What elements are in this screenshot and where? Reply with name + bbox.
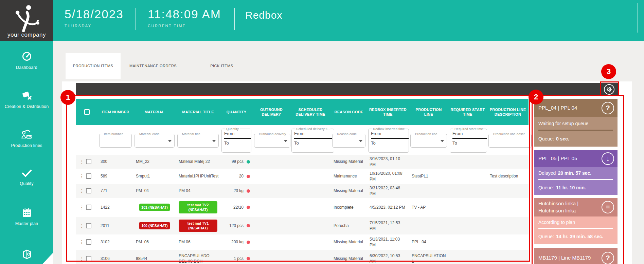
tab-production-items[interactable]: PRODUCTION ITEMS [66, 53, 121, 79]
table-row[interactable]: 2011 100 (NESAHAT) test mat TV1 (NESAHAT… [76, 217, 529, 234]
cell-material-title: ENCAPSULADO DEL K9 DCH [176, 253, 220, 264]
column-header-production-line[interactable]: PRODUCTION LINE [409, 99, 448, 125]
column-header-reason-code[interactable]: REASON CODE [331, 99, 367, 125]
filter-material-code-input[interactable] [137, 136, 172, 143]
sidebar: Dashboard Creation & Distribution Produc… [0, 41, 53, 264]
queue-card-status: Delayed [538, 170, 556, 176]
sidebar-item-master-plan[interactable]: Master plan [0, 197, 53, 236]
filter-quantity[interactable]: Quantity From To [221, 127, 251, 153]
filter-outbound-delivery[interactable]: Outbound delivery [254, 132, 290, 148]
column-header-quantity[interactable]: QUANTITY [220, 99, 253, 125]
filter-item-number-input[interactable] [102, 136, 129, 143]
filter-outbound-delivery-input[interactable] [257, 136, 288, 143]
company-logo[interactable]: your company [0, 0, 53, 41]
sidebar-item-production-lines[interactable]: Production lines [0, 119, 53, 158]
row-menu-icon[interactable] [79, 173, 82, 180]
column-header-scheduled-delivery-time[interactable]: SCHEDULED DELIVERY TIME [290, 99, 331, 125]
row-checkbox[interactable] [86, 256, 91, 261]
table-row[interactable]: 771 PM_04 PM 04 23 kg Missing Material 3… [76, 184, 529, 198]
filter-scheduled-delivery-time[interactable]: Scheduled delivery ti... From To [291, 127, 334, 153]
table-row[interactable]: 3102 PM_06 PM 06 200 kg Missing Material… [76, 235, 529, 249]
sidebar-item-dashboard[interactable]: Dashboard [0, 41, 53, 80]
filter-to-field[interactable]: To [294, 139, 332, 146]
table-row[interactable]: 1422 101 (NESAHAT) test mat TV2 (NESAHAT… [76, 199, 529, 216]
tab-maintenance-orders[interactable]: MAINTENANCE ORDERS [121, 53, 185, 79]
filter-production-line-description[interactable]: Production line descr... [488, 132, 532, 148]
cell-production-line: TV - AP [409, 205, 448, 210]
queue-card-ppl-05[interactable]: PPL_05 | PPL 05 ↓ Delayed 20 min. 57 sec… [534, 150, 618, 195]
row-checkbox[interactable] [86, 188, 91, 193]
current-time: 11:48:09 AM [148, 7, 221, 21]
row-menu-icon[interactable] [79, 256, 82, 262]
queue-card-hutchinson[interactable]: Hutchinson linka | Hutchinson linka = Ac… [534, 198, 618, 245]
cell-redbox-inserted-time: 3/31/2022, 03:48 PM [367, 185, 409, 196]
filter-material-code[interactable]: Material code [135, 132, 175, 148]
filter-production-line-input[interactable] [413, 136, 444, 143]
filter-item-number[interactable]: Item number [99, 132, 132, 148]
sidebar-item-creation-distribution[interactable]: Creation & Distribution [0, 80, 53, 119]
filter-material-title[interactable]: Material title [177, 132, 219, 148]
row-checkbox[interactable] [86, 159, 91, 164]
filter-material-title-input[interactable] [180, 136, 216, 143]
queue-value: 11 hr. 10 min. [556, 185, 586, 190]
question-icon: ? [602, 102, 614, 114]
filter-to-field[interactable]: To [371, 139, 406, 146]
cell-quantity: 1 pcs [234, 256, 244, 261]
column-header-material-title[interactable]: MATERIAL TITLE [176, 99, 220, 125]
cell-reason-code: Incomplete [331, 205, 367, 210]
current-time-label: CURRENT TIME [148, 24, 221, 28]
filter-reason-code-input[interactable] [335, 136, 363, 143]
row-menu-icon[interactable] [79, 158, 82, 165]
cell-reason-code: Missing Material [331, 239, 367, 245]
row-checkbox[interactable] [86, 239, 91, 245]
row-menu-icon[interactable] [79, 204, 82, 211]
row-menu-icon[interactable] [79, 239, 82, 245]
status-dot-red [247, 257, 250, 260]
cell-item-number: 1422 [98, 205, 133, 210]
filter-to-field[interactable]: To [452, 139, 484, 146]
filter-production-line-description-input[interactable] [491, 136, 529, 143]
table-row[interactable]: 589 Smput1 Material1PHPUnitTest 20 Maint… [76, 169, 529, 183]
row-checkbox[interactable] [86, 205, 91, 210]
queue-card-mb1179[interactable]: MB1179 | Line MB1179 ? [534, 248, 618, 264]
filter-required-start-time[interactable]: Required start time From To [450, 127, 487, 153]
column-header-item-number[interactable]: ITEM NUMBER [98, 99, 133, 125]
tab-pick-items[interactable]: PICK ITEMS [201, 53, 242, 79]
table-settings-button[interactable] [601, 83, 618, 95]
filter-redbox-inserted-time[interactable]: Redbox inserted time From To [368, 127, 409, 153]
filter-production-line[interactable]: Production line [410, 132, 447, 148]
filter-to-field[interactable]: To [224, 139, 249, 146]
package-icon [21, 248, 33, 260]
row-checkbox[interactable] [86, 223, 91, 228]
dropdown-arrow-icon[interactable] [441, 140, 444, 142]
cell-quantity: 22/10 [233, 205, 244, 210]
dropdown-arrow-icon[interactable] [212, 140, 216, 142]
row-menu-icon[interactable] [79, 223, 82, 229]
column-header-production-line-description[interactable]: PRODUCTION LINE DESCRIPTION [487, 99, 529, 125]
queue-label: Queue: [538, 234, 554, 239]
cell-reason-code: Missing Material [331, 159, 367, 164]
sidebar-item-label: Dashboard [16, 65, 37, 70]
filter-from-field[interactable]: From [224, 131, 249, 138]
column-header-redbox-inserted-time[interactable]: REDBOX INSERTED TIME [367, 99, 409, 125]
tag-x-icon [21, 90, 33, 101]
row-menu-icon[interactable] [79, 188, 82, 194]
table-toolbar [76, 83, 619, 96]
filter-from-field[interactable]: From [294, 131, 332, 138]
filter-from-field[interactable]: From [452, 131, 484, 138]
filter-from-field[interactable]: From [371, 131, 406, 138]
queue-card-ppl-04[interactable]: PPL_04 | PPL 04 ? Waiting for setup queu… [534, 99, 618, 147]
select-all-checkbox[interactable] [84, 109, 90, 115]
column-header-outbound-delivery[interactable]: OUTBOUND DELIVERY [253, 99, 290, 125]
filter-reason-code[interactable]: Reason code [332, 132, 365, 148]
table-row[interactable]: 3106 98544 ENCAPSULADO DEL K9 DCH 1 pcs … [76, 250, 529, 264]
dropdown-arrow-icon[interactable] [284, 140, 287, 142]
column-header-material[interactable]: MATERIAL [133, 99, 176, 125]
dropdown-arrow-icon[interactable] [168, 140, 172, 142]
dropdown-arrow-icon[interactable] [359, 140, 362, 142]
row-checkbox[interactable] [86, 173, 91, 179]
sidebar-item-quality[interactable]: Quality [0, 158, 53, 197]
cell-production-line: ENCAPSULATION 1 [409, 253, 448, 264]
column-header-required-start-time[interactable]: REQUIRED START TIME [448, 99, 487, 125]
table-row[interactable]: 300 MM_22 Material Matej 22 99 pcs Missi… [76, 155, 529, 169]
